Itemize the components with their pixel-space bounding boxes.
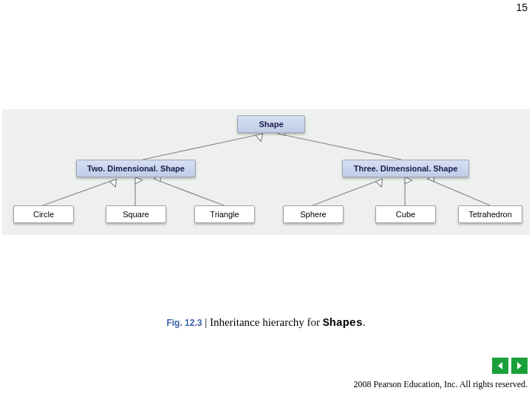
svg-line-0 — [143, 134, 259, 160]
node-square: Square — [106, 205, 166, 223]
svg-line-5 — [313, 180, 379, 205]
caption-separator: | — [202, 316, 210, 328]
svg-line-2 — [43, 180, 113, 205]
svg-line-4 — [157, 180, 224, 205]
page-number: 15 — [516, 1, 528, 13]
node-shape: Shape — [237, 115, 305, 133]
caption-code-word: Shapes — [323, 317, 363, 330]
next-slide-button[interactable] — [511, 358, 528, 374]
node-two-dimensional-shape: Two. Dimensional. Shape — [76, 160, 196, 177]
node-tetrahedron: Tetrahedron — [458, 205, 522, 223]
slide-nav — [489, 358, 528, 374]
caption-text-after: . — [363, 316, 366, 328]
prev-slide-button[interactable] — [492, 358, 508, 374]
triangle-left-icon — [496, 361, 505, 370]
copyright-text: 2008 Pearson Education, Inc. All rights … — [353, 379, 528, 390]
node-circle: Circle — [13, 205, 74, 223]
svg-line-1 — [282, 134, 401, 160]
figure-caption: Fig. 12.3 | Inheritance hierarchy for Sh… — [0, 316, 532, 330]
node-triangle: Triangle — [194, 205, 255, 223]
svg-line-7 — [431, 180, 490, 205]
inheritance-diagram: Shape Two. Dimensional. Shape Three. Dim… — [2, 109, 530, 235]
node-three-dimensional-shape: Three. Dimensional. Shape — [342, 160, 469, 177]
caption-text-before: Inheritance hierarchy for — [210, 316, 323, 328]
figure-number: Fig. 12.3 — [166, 318, 202, 328]
triangle-right-icon — [515, 361, 524, 370]
node-cube: Cube — [375, 205, 436, 223]
node-sphere: Sphere — [283, 205, 344, 223]
